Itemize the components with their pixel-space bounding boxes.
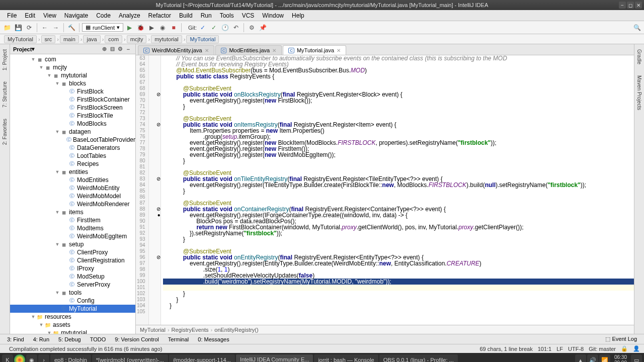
breadcrumb-item[interactable]: com <box>105 35 122 43</box>
editor-tab[interactable]: CMyTutorial.java✕ <box>283 45 346 55</box>
breadcrumb-item[interactable]: MyTutorial <box>4 35 37 43</box>
status-encoding[interactable]: UTF-8 <box>568 346 584 352</box>
menu-edit[interactable]: Edit <box>21 11 39 20</box>
tree-item[interactable]: ⒸRecipes <box>10 160 135 168</box>
menu-vcs[interactable]: VCS <box>238 11 259 20</box>
breadcrumb-item[interactable]: MyTutorial <box>186 35 219 43</box>
pin-icon[interactable]: 📌 <box>258 23 268 33</box>
breadcrumb-item[interactable]: mytutorial <box>151 35 182 43</box>
hammer-icon[interactable]: ⚙ <box>247 23 257 33</box>
forward-icon[interactable]: → <box>51 23 61 33</box>
event-log-tab[interactable]: ⬚ Event Log <box>601 335 641 343</box>
network-icon[interactable]: 📶 <box>599 354 610 362</box>
run-icon[interactable]: ▶ <box>124 23 134 33</box>
minimize-icon[interactable]: − <box>619 2 626 9</box>
tree-item[interactable]: ⒸFirstBlock <box>10 87 135 96</box>
save-icon[interactable]: 💾 <box>13 23 23 33</box>
tree-item[interactable]: ▼📁assets <box>10 321 135 329</box>
editor-crumb-item[interactable]: RegistryEvents <box>172 327 209 333</box>
tree-item[interactable]: ▼◼tools <box>10 289 135 297</box>
chrome-icon[interactable] <box>14 354 25 362</box>
close-tab-icon[interactable]: ✕ <box>272 48 276 53</box>
tree-item[interactable]: ▼◼mcjty <box>10 63 135 71</box>
breadcrumb-item[interactable]: mcjty <box>127 35 147 43</box>
left-tab[interactable]: 2: Favorites <box>1 116 9 148</box>
tree-item[interactable]: ▼📁resources <box>10 313 135 321</box>
code-editor[interactable]: 6364656667686970717273747576777879808182… <box>136 55 634 325</box>
tree-item[interactable]: ⒸModItems <box>10 224 135 232</box>
tree-item[interactable]: ⒸFirstItem <box>10 216 135 224</box>
tree-item[interactable]: ⒸFirstBlockContainer <box>10 96 135 104</box>
coverage-icon[interactable]: ▶ <box>146 23 156 33</box>
menu-navigate[interactable]: Navigate <box>60 11 92 20</box>
show-desktop-icon[interactable]: ▭ <box>631 354 642 362</box>
right-tab[interactable]: Gradle <box>635 46 643 67</box>
maximize-icon[interactable]: ◻ <box>627 2 634 9</box>
tree-item[interactable]: ▼◼setup <box>10 240 135 248</box>
clock[interactable]: 06:3029.09 <box>611 354 630 362</box>
tree-item[interactable]: ⒸClientProxy <box>10 248 135 256</box>
git-update-icon[interactable]: ✓ <box>198 23 208 33</box>
menu-help[interactable]: Help <box>288 11 308 20</box>
menu-build[interactable]: Build <box>175 11 197 20</box>
tree-item[interactable]: ⒸModSetup <box>10 273 135 281</box>
tree-item[interactable]: ⒸMyTutorial <box>10 305 135 313</box>
taskbar-item[interactable]: jorrit : bash — Konsole <box>314 354 378 362</box>
tree-item[interactable]: ⒸIProxy <box>10 264 135 273</box>
locate-icon[interactable]: ⊕ <box>100 45 108 53</box>
back-icon[interactable]: ← <box>40 23 50 33</box>
tree-item[interactable]: ⒸFirstBlockTile <box>10 112 135 120</box>
taskbar-item[interactable]: IntelliJ IDEA Community E... <box>236 354 313 362</box>
taskbar-item[interactable]: OBS 0.0.1 (linux) - Profile: ... <box>379 354 458 362</box>
obs-icon[interactable]: ◉ <box>26 354 37 362</box>
status-line-sep[interactable]: LF <box>556 346 563 352</box>
menu-file[interactable]: File <box>3 11 21 20</box>
editor-crumb-item[interactable]: onEntityRegistry() <box>214 327 258 333</box>
status-inspect-icon[interactable]: 👤 <box>633 345 640 352</box>
menu-refactor[interactable]: Refactor <box>144 11 175 20</box>
volume-icon[interactable]: 🔊 <box>587 354 598 362</box>
tree-item[interactable]: ⒸBaseLootTableProvider <box>10 136 135 144</box>
close-tab-icon[interactable]: ✕ <box>205 48 209 53</box>
menu-code[interactable]: Code <box>92 11 115 20</box>
bottom-tab[interactable]: 9: Version Control <box>111 335 163 343</box>
tree-item[interactable]: ⒸServerProxy <box>10 281 135 289</box>
left-tab[interactable]: 7: Structure <box>1 78 9 111</box>
run-config-combo[interactable]: ▦ runClient ▾ <box>82 23 123 32</box>
menu-tools[interactable]: Tools <box>216 11 238 20</box>
status-git[interactable]: Git: master <box>589 346 616 352</box>
breadcrumb-item[interactable]: main <box>60 35 79 43</box>
menu-run[interactable]: Run <box>197 11 216 20</box>
tree-item[interactable]: ▼◼com <box>10 55 135 63</box>
gear-icon[interactable]: ⚙ <box>116 45 124 53</box>
tree-item[interactable]: ▼◼blocks <box>10 79 135 87</box>
taskbar-item[interactable]: #modder-support-114... <box>169 354 235 362</box>
menu-analyze[interactable]: Analyze <box>115 11 144 20</box>
editor-tab[interactable]: CModEntities.java✕ <box>215 45 282 55</box>
breadcrumb-item[interactable]: src <box>41 35 56 43</box>
profile-icon[interactable]: ◉ <box>157 23 168 33</box>
stop-icon[interactable]: ■ <box>169 23 179 33</box>
git-revert-icon[interactable]: ↶ <box>231 23 241 33</box>
tree-item[interactable]: ▼◼entities <box>10 168 135 176</box>
menu-window[interactable]: Window <box>258 11 288 20</box>
left-tab[interactable]: 1: Project <box>1 46 9 73</box>
tree-item[interactable]: ▼◼datagen <box>10 128 135 136</box>
tree-item[interactable]: ⒸWeirdMobEggItem <box>10 232 135 240</box>
debug-icon[interactable]: 🐞 <box>135 23 145 33</box>
tree-item[interactable]: ⒸClientRegistration <box>10 256 135 264</box>
taskbar-item[interactable]: *[weirdmob] (overwritten)-... <box>92 354 168 362</box>
menu-view[interactable]: View <box>39 11 60 20</box>
tree-item[interactable]: ⒸModEntities <box>10 176 135 184</box>
tree-item[interactable]: ⒸWeirdMobEntity <box>10 184 135 192</box>
tree-item[interactable]: ⒸWeirdMobModel <box>10 192 135 200</box>
editor-crumb-item[interactable]: MyTutorial <box>140 327 166 333</box>
tree-item[interactable]: ▼◼mytutorial <box>10 71 135 79</box>
right-tab[interactable]: Maven Projects <box>635 72 643 113</box>
tree-item[interactable]: ⒸConfig <box>10 297 135 305</box>
hide-icon[interactable]: − <box>124 45 132 53</box>
status-position[interactable]: 101:1 <box>538 346 552 352</box>
editor-tab[interactable]: CWeirdMobEntity.java✕ <box>138 45 214 55</box>
close-tab-icon[interactable]: ✕ <box>337 48 341 53</box>
start-icon[interactable]: K <box>2 354 13 362</box>
